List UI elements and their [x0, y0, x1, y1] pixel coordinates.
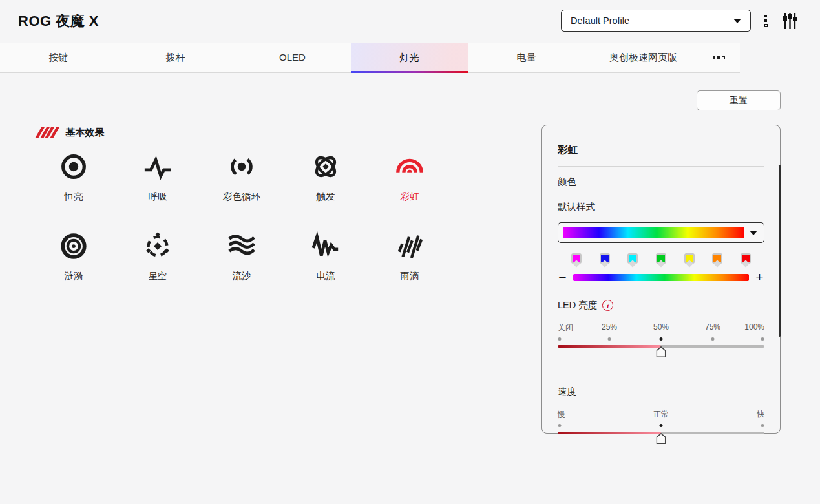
tabs-more-button[interactable] — [702, 43, 735, 72]
info-icon[interactable]: i — [602, 300, 613, 311]
profile-selector[interactable]: Default Profile — [561, 10, 751, 32]
starry-night-effect-icon — [143, 231, 173, 261]
dot-hollow — [764, 24, 768, 27]
gradient-preview — [563, 227, 744, 238]
divider — [558, 166, 764, 167]
effect-label: 呼吸 — [149, 191, 167, 203]
effect-raindrop[interactable]: 雨滴 — [368, 231, 452, 296]
brightness-header: LED 亮度 i — [558, 299, 764, 311]
color-label: 颜色 — [558, 176, 764, 188]
effect-quicksand[interactable]: 流沙 — [200, 231, 284, 296]
basic-effects-section-header: 基本效果 — [36, 127, 105, 139]
tab-battery[interactable]: 电量 — [468, 43, 585, 72]
aura-stripes-icon — [36, 127, 59, 138]
color-stop-pin[interactable] — [712, 253, 722, 264]
more-menu-icon[interactable] — [763, 14, 769, 28]
current-effect-icon — [311, 231, 341, 261]
tab-armoury-web[interactable]: 奥创极速网页版 — [585, 43, 702, 72]
color-cycle-effect-icon — [227, 152, 257, 182]
minus-button[interactable]: − — [558, 273, 567, 282]
tick-label: 25% — [602, 322, 617, 331]
quicksand-effect-icon — [227, 231, 257, 261]
tuning-sliders-icon[interactable] — [782, 12, 798, 33]
color-stop-pin[interactable] — [684, 253, 695, 264]
section-title: 基本效果 — [66, 127, 105, 139]
brightness-handle[interactable] — [657, 346, 666, 360]
raindrop-effect-icon — [395, 231, 425, 261]
tick-dot — [558, 337, 561, 341]
profile-selector-value: Default Profile — [571, 16, 629, 26]
effect-label: 雨滴 — [401, 270, 419, 282]
effect-ripple[interactable]: 涟漪 — [32, 231, 116, 296]
tick-dot — [761, 424, 764, 427]
brightness-slider: 关闭 25% 50% 75% 100% — [558, 322, 764, 362]
panel-title: 彩虹 — [558, 143, 764, 157]
effect-label: 彩虹 — [401, 191, 419, 203]
effect-starry-night[interactable]: 星空 — [116, 231, 200, 296]
tab-lighting[interactable]: 灯光 — [351, 43, 468, 72]
effect-label: 彩色循环 — [223, 191, 260, 203]
static-effect-icon — [59, 152, 89, 182]
effects-grid: 恒亮 呼吸 彩色循环 触发 彩虹 — [32, 152, 452, 296]
reset-button[interactable]: 重置 — [697, 90, 781, 110]
effect-label: 星空 — [149, 270, 167, 282]
sliders-icon-glyph — [782, 12, 798, 30]
brightness-label: LED 亮度 — [558, 299, 597, 311]
color-stop-pin[interactable] — [656, 253, 666, 264]
chevron-down-icon — [750, 231, 757, 235]
effect-current[interactable]: 电流 — [284, 231, 368, 296]
ripple-effect-icon — [59, 231, 89, 261]
tab-paddle[interactable]: 拨杆 — [117, 43, 234, 72]
dot — [713, 56, 715, 59]
tick-label: 慢 — [558, 409, 565, 420]
tick-dot — [608, 337, 611, 341]
gradient-adjust-row: − + — [558, 273, 764, 282]
color-stop-pin[interactable] — [741, 253, 751, 264]
effect-label: 电流 — [317, 270, 335, 282]
effect-rainbow[interactable]: 彩虹 — [368, 152, 452, 216]
effect-label: 恒亮 — [65, 191, 83, 203]
effect-static[interactable]: 恒亮 — [32, 152, 116, 216]
style-label: 默认样式 — [558, 201, 764, 213]
handle-glyph — [657, 433, 666, 444]
color-stop-pin[interactable] — [627, 253, 638, 264]
effect-breathing[interactable]: 呼吸 — [116, 152, 200, 216]
reactive-effect-icon — [311, 152, 341, 182]
tick-label: 快 — [757, 409, 764, 420]
color-stop-row — [558, 253, 764, 264]
tick-label: 50% — [653, 322, 669, 331]
tab-buttons[interactable]: 按键 — [0, 43, 117, 72]
speed-label: 速度 — [558, 386, 576, 398]
speed-fill — [558, 432, 661, 434]
effect-settings-panel: 彩虹 颜色 默认样式 − + LED 亮度 i 关闭 25% 50% 75% 1… — [541, 125, 781, 434]
plus-button[interactable]: + — [755, 273, 764, 282]
color-stop-pin[interactable] — [600, 253, 610, 264]
gradient-style-dropdown[interactable] — [558, 222, 764, 243]
color-stop-pin[interactable] — [571, 253, 582, 264]
tick-label: 正常 — [653, 409, 669, 420]
handle-glyph — [657, 346, 666, 357]
tab-oled[interactable]: OLED — [234, 43, 351, 72]
tick-label: 75% — [705, 322, 720, 331]
brightness-fill — [558, 345, 661, 348]
tick-dot — [761, 337, 764, 341]
effect-label: 涟漪 — [65, 270, 83, 282]
gradient-bar[interactable] — [573, 274, 749, 281]
tick-dot — [558, 424, 561, 427]
effect-color-cycle[interactable]: 彩色循环 — [200, 152, 284, 216]
dot — [764, 19, 767, 22]
tick-label: 100% — [744, 322, 764, 331]
tick-label: 关闭 — [558, 322, 573, 333]
tick-dot-active — [660, 337, 663, 341]
tab-bar: 按键 拨杆 OLED 灯光 电量 奥创极速网页版 — [0, 43, 740, 73]
effect-reactive[interactable]: 触发 — [284, 152, 368, 216]
effect-label: 流沙 — [233, 270, 251, 282]
dot — [717, 56, 720, 59]
effect-label: 触发 — [317, 191, 335, 203]
app-logo: ROG 夜魔 X — [18, 12, 99, 31]
rainbow-effect-icon — [395, 152, 425, 182]
breathing-effect-icon — [143, 152, 173, 182]
scrollbar[interactable] — [779, 165, 781, 337]
tick-dot — [711, 337, 715, 341]
speed-handle[interactable] — [657, 433, 666, 446]
